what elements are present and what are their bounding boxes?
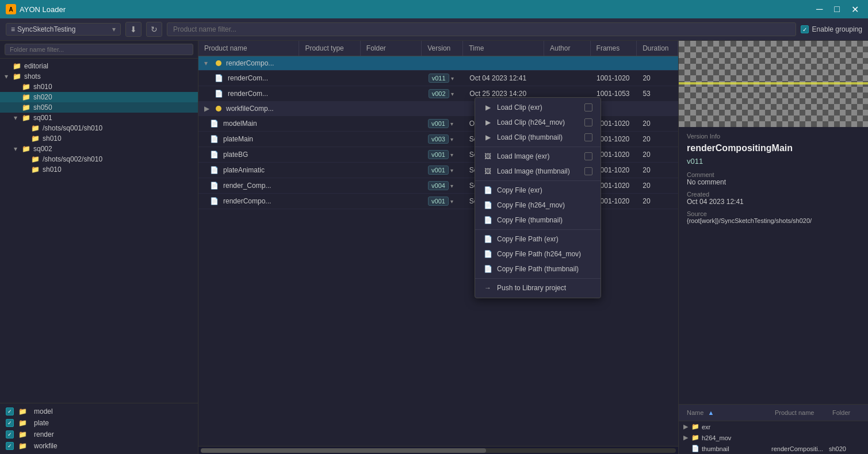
version-arrow[interactable]: ▾ — [450, 167, 453, 174]
version-arrow[interactable]: ▾ — [450, 183, 453, 189]
table-row[interactable]: 📄 plateBG v001 ▾ Sep 13 2023 15:18 1001-… — [198, 147, 678, 163]
table-row[interactable]: 📄 renderCom... v002 ▾ Oct 25 2023 14:20 … — [198, 86, 678, 102]
menu-item-load-clip-exr[interactable]: ▶ Load Clip (exr) — [475, 100, 601, 115]
doc-icon: 📄 — [215, 90, 223, 98]
refresh-button[interactable]: ↻ — [146, 22, 162, 37]
close-button[interactable]: ✕ — [848, 3, 862, 16]
row-expand-icon[interactable]: ▾ — [204, 59, 213, 67]
check-item-model[interactable]: ✓ 📁 model — [0, 406, 198, 417]
version-arrow[interactable]: ▾ — [450, 198, 453, 205]
table-row[interactable]: 📄 plateMain v003 ▾ Sep 12 2023 08:37 100… — [198, 132, 678, 147]
td-product-name: 📄 plateAnimatic — [198, 163, 300, 177]
vi-created: Oct 04 2023 12:41 — [687, 198, 860, 206]
file-row-h264[interactable]: ▶ 📁 h264_mov — [679, 432, 868, 443]
menu-item-copy-file-thumb[interactable]: 📄 Copy File (thumbnail) — [475, 213, 601, 228]
menu-item-copy-path-exr[interactable]: 📄 Copy File Path (exr) — [475, 232, 601, 247]
table-row[interactable]: ▶ workfileComp... — [198, 102, 678, 116]
row-expand-icon[interactable]: ▶ — [204, 105, 213, 113]
tree-item-editorial[interactable]: 📁 editorial — [0, 61, 198, 71]
version-arrow[interactable]: ▾ — [450, 152, 453, 158]
table-row[interactable]: 📄 plateAnimatic v001 ▾ Sep 13 2023 20:37… — [198, 163, 678, 178]
check-item-plate[interactable]: ✓ 📁 plate — [0, 417, 198, 429]
file-folder-icon: 📁 — [691, 434, 699, 441]
file-row-thumbnail[interactable]: 📄 thumbnail renderCompositi... sh020 — [679, 443, 868, 454]
menu-item-copy-path-h264[interactable]: 📄 Copy File Path (h264_mov) — [475, 247, 601, 261]
menu-item-copy-file-exr[interactable]: 📄 Copy File (exr) — [475, 183, 601, 198]
version-arrow[interactable]: ▾ — [451, 91, 454, 97]
fh-sort-icon[interactable]: ▲ — [708, 409, 714, 416]
scrollbar-thumb[interactable] — [201, 448, 486, 453]
fh-name: Name ▲ — [683, 407, 771, 418]
version-arrow[interactable]: ▾ — [451, 75, 454, 82]
tree-label: sh020 — [33, 93, 52, 101]
menu-item-copy-path-thumb[interactable]: 📄 Copy File Path (thumbnail) — [475, 261, 601, 276]
download-button[interactable]: ⬇ — [125, 22, 142, 37]
version-badge: v001 — [428, 197, 449, 206]
check-folder-icon-model: 📁 — [18, 407, 27, 415]
menu-item-load-image-thumb[interactable]: 🖼 Load Image (thumbnail) — [475, 164, 601, 179]
tree-item-sq002-path[interactable]: 📁 /shots/sq002/sh010 — [0, 154, 198, 164]
scrollbar-track[interactable] — [201, 448, 676, 453]
menu-item-load-image-exr[interactable]: 🖼 Load Image (exr) — [475, 149, 601, 164]
td-duration — [637, 106, 678, 111]
minimize-button[interactable]: ─ — [813, 3, 826, 16]
file-expand-icon[interactable]: ▶ — [683, 434, 691, 441]
enable-grouping-control[interactable]: ✓ Enable grouping — [801, 25, 862, 33]
td-product-type — [300, 183, 361, 188]
tree-item-sq001-sh010[interactable]: 📁 sh010 — [0, 133, 198, 144]
tree-item-sq002-sh010[interactable]: 📁 sh010 — [0, 164, 198, 175]
table-row[interactable]: 📄 render_Comp... v004 ▾ Sep 14 2023 08:1… — [198, 178, 678, 194]
td-time: Oct 04 2023 12:41 — [464, 71, 545, 85]
file-row-exr[interactable]: ▶ 📁 exr — [679, 421, 868, 432]
tree-item-shots[interactable]: ▾ 📁 shots — [0, 71, 198, 82]
tree-item-sq001[interactable]: ▾ 📁 sq001 — [0, 113, 198, 123]
menu-icon-clip: ▶ — [483, 103, 492, 111]
main-content: 📁 editorial ▾ 📁 shots 📁 sh010 — [0, 41, 868, 454]
tree-item-sh010[interactable]: 📁 sh010 — [0, 82, 198, 92]
file-expand-icon[interactable]: ▶ — [683, 423, 691, 430]
product-name-text: plateBG — [223, 151, 248, 159]
folder-icon: 📁 — [13, 72, 21, 80]
tree-label: sq001 — [33, 114, 52, 122]
app-title-area: A AYON Loader — [6, 4, 66, 14]
check-item-render[interactable]: ✓ 📁 render — [0, 429, 198, 440]
table-row[interactable]: ▾ renderCompo... — [198, 56, 678, 71]
th-duration: Duration — [637, 41, 678, 56]
tree-item-sh020[interactable]: 📁 sh020 — [0, 92, 198, 102]
table-row[interactable]: 📄 renderCompo... v001 ▾ Sep 14 2023 14:1… — [198, 194, 678, 209]
version-badge: v001 — [428, 166, 449, 175]
folder-icon: 📁 — [31, 134, 40, 143]
project-selector[interactable]: ≡ SyncSketchTesting ▾ — [6, 23, 121, 36]
check-box-model[interactable]: ✓ — [6, 407, 14, 415]
table-row[interactable]: 📄 modelMain v001 ▾ Oct 04 2023 14:04 100… — [198, 116, 678, 132]
tree-item-sq001-path[interactable]: 📁 /shots/sq001/sh010 — [0, 123, 198, 133]
menu-icon-image: 🖼 — [483, 152, 492, 160]
td-version: v001 ▾ — [422, 116, 464, 131]
enable-grouping-checkbox[interactable]: ✓ — [801, 25, 809, 33]
check-box-workfile[interactable]: ✓ — [6, 442, 14, 450]
folder-icon: 📁 — [22, 103, 30, 111]
tree-item-sh050[interactable]: 📁 sh050 — [0, 102, 198, 113]
menu-item-push-library[interactable]: → Push to Library project — [475, 280, 601, 295]
tree-item-sq002[interactable]: ▾ 📁 sq002 — [0, 144, 198, 154]
check-folder-icon-render: 📁 — [18, 430, 27, 438]
td-folder — [361, 121, 422, 126]
folder-icon: 📁 — [13, 62, 21, 70]
check-box-plate[interactable]: ✓ — [6, 419, 14, 427]
tree-arrow: ▾ — [14, 114, 22, 122]
maximize-button[interactable]: □ — [831, 3, 843, 16]
menu-item-copy-file-h264[interactable]: 📄 Copy File (h264_mov) — [475, 198, 601, 213]
table-row[interactable]: 📄 renderCom... v011 ▾ Oct 04 2023 12:41 … — [198, 71, 678, 86]
check-box-render[interactable]: ✓ — [6, 430, 14, 438]
toolbar: ≡ SyncSketchTesting ▾ ⬇ ↻ ✓ Enable group… — [0, 18, 868, 41]
version-arrow[interactable]: ▾ — [450, 136, 453, 143]
menu-item-load-clip-thumb[interactable]: ▶ Load Clip (thumbnail) — [475, 130, 601, 145]
product-filter-input[interactable] — [167, 22, 796, 36]
file-folder-icon: 📁 — [691, 423, 699, 430]
check-item-workfile[interactable]: ✓ 📁 workfile — [0, 440, 198, 452]
horizontal-scrollbar[interactable] — [198, 446, 678, 454]
th-product-type: Product type — [299, 41, 360, 56]
menu-item-load-clip-h264[interactable]: ▶ Load Clip (h264_mov) — [475, 115, 601, 130]
folder-filter-input[interactable] — [5, 44, 193, 55]
version-arrow[interactable]: ▾ — [450, 121, 453, 127]
